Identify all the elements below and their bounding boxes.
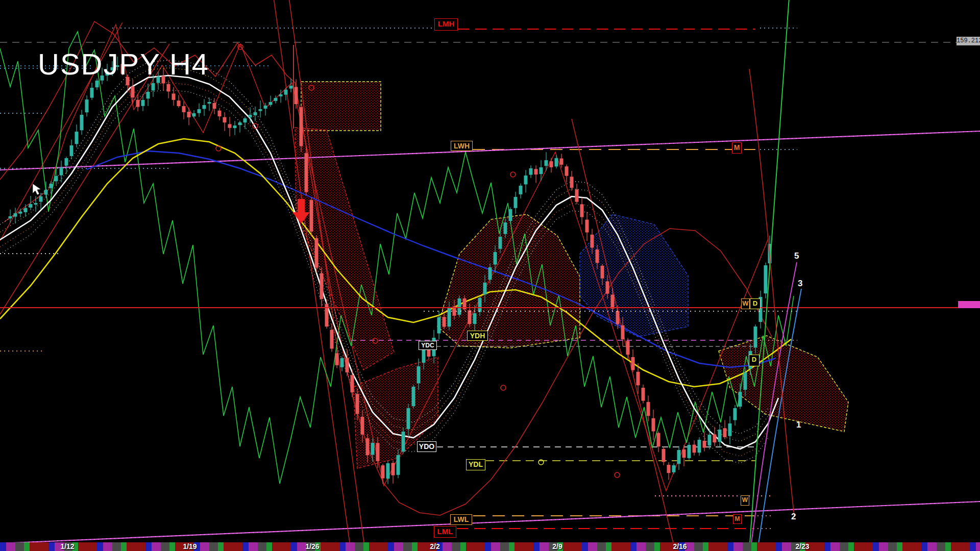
candle-body [565,166,569,176]
candle-body [764,265,768,293]
candle-body [698,440,701,453]
candle-body [274,98,278,101]
candle-body [131,87,135,98]
candle-body [570,177,574,188]
candle-body [488,267,492,280]
candle-body [44,190,48,195]
indicator-cloud [719,336,848,432]
candle-body [65,158,68,166]
candle-body [192,113,196,116]
candle-body [718,430,722,442]
candle-body [386,463,390,479]
level-label-w-low[interactable]: W [741,495,749,506]
candle-body [90,88,94,98]
candle-body [300,107,303,146]
symbol-timeframe-title: USDJPY H4 [38,47,209,81]
level-label-ydo[interactable]: YDO [417,441,436,452]
candle-body [652,418,655,432]
candle-body [402,432,405,452]
candle-body [662,449,666,462]
candle-body [682,449,686,458]
indicator-cloud [437,214,580,348]
candle-body [70,145,74,156]
candle-body [575,189,579,202]
candle-body [29,204,33,208]
candle-body [754,327,757,347]
candle-body [437,317,441,334]
candle-body [672,465,676,472]
candle-body [494,252,497,265]
candle-body [208,102,211,104]
candle-body [356,394,359,414]
candle-body [448,307,451,327]
candle-body [708,435,712,445]
candle-body [279,94,283,96]
candle-body [320,273,324,299]
candle-body [580,204,584,217]
candle-body [417,366,421,383]
mouse-cursor [33,184,41,195]
indicator-cloud [295,128,394,370]
axis-label: 1/12 [60,542,74,550]
chart-canvas[interactable] [0,0,980,551]
candle-body [723,428,727,437]
candle-body [305,153,308,192]
level-label-ydl[interactable]: YDL [466,459,485,470]
candle-body [412,387,415,406]
level-label-d-low[interactable]: D [749,355,760,366]
candle-body [504,222,507,234]
candle-body [141,100,145,106]
level-label-m-top[interactable]: M [732,142,742,154]
trend-line-red [0,44,169,314]
candle-body [330,330,334,348]
candle-body [238,122,242,125]
level-label-lmh[interactable]: LMH [434,18,458,31]
candle-body [703,441,706,448]
level-label-ydh[interactable]: YDH [467,331,488,341]
candle-body [351,375,354,392]
level-label-w-mid[interactable]: W [741,298,750,309]
candle-body [657,433,660,447]
candle-body [529,168,533,175]
signal-circle-marker [216,146,221,151]
axis-label: 2/9 [552,542,562,550]
candle-body [264,106,267,109]
candle-body [636,372,640,386]
level-label-lml[interactable]: LML [434,526,456,538]
candle-body [335,353,339,365]
candle-body [203,105,206,109]
candle-body [295,87,298,104]
candle-body [60,167,63,176]
candle-body [458,298,461,315]
candle-body [739,392,742,407]
candle-body [514,197,518,208]
candle-body [361,417,364,435]
candle-body [269,102,273,105]
candle-body [95,81,99,87]
candle-body [371,443,375,455]
candle-body [397,455,400,475]
candle-body [519,186,523,194]
level-label-m-low[interactable]: M [733,514,742,524]
candle-body [228,124,232,128]
candle-body [545,160,548,166]
candle-body [39,196,43,202]
candle-body [642,388,645,401]
level-label-d-mid[interactable]: D [750,298,761,309]
candle-body [626,341,630,355]
candle-body [85,99,89,112]
candle-body [376,443,380,461]
candle-body [483,283,487,294]
level-label-lwh[interactable]: LWH [451,141,473,151]
wave-number: 3 [798,279,802,289]
candle-body [177,101,181,106]
time-axis-ribbon[interactable]: 1/121/191/262/22/92/162/23 [0,542,980,551]
candle-body [249,115,252,117]
candle-body [601,266,604,279]
level-label-ydc[interactable]: YDC [419,341,437,350]
level-label-lwl[interactable]: LWL [450,514,472,525]
candle-body [19,212,22,214]
signal-circle-marker [510,172,516,177]
candle-body [198,109,201,113]
candle-body [621,325,625,340]
